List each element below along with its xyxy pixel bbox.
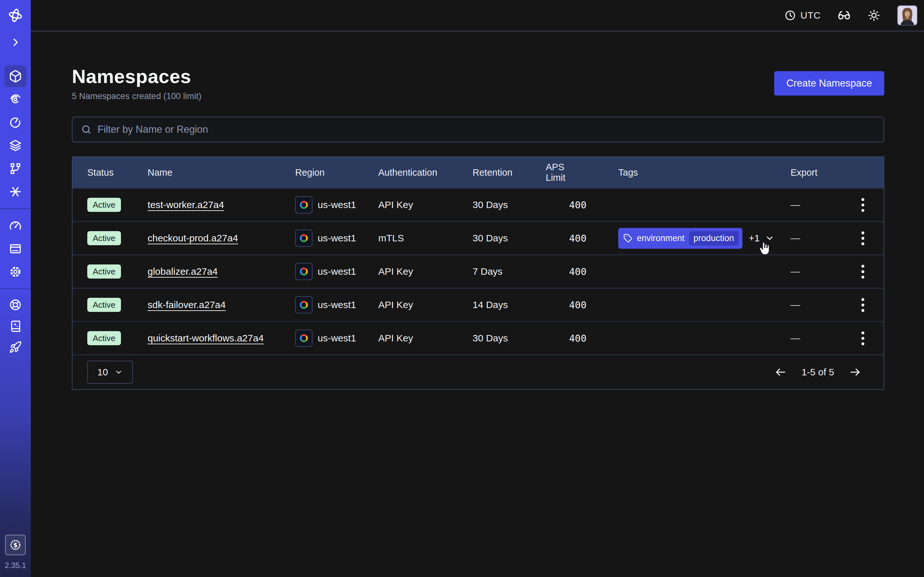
- col-header-retention: Retention: [473, 167, 546, 178]
- col-header-tags: Tags: [618, 167, 790, 178]
- filter-bar[interactable]: [72, 117, 884, 142]
- timezone-selector[interactable]: UTC: [784, 10, 821, 21]
- aps-limit-value: 400: [546, 266, 618, 277]
- region-label: us-west1: [318, 233, 356, 243]
- main-content: Namespaces 5 Namespaces created (100 lim…: [31, 32, 924, 577]
- version-label: 2.35.1: [5, 561, 26, 570]
- filter-input[interactable]: [97, 124, 884, 135]
- asterisk-icon: [9, 185, 22, 198]
- create-namespace-button[interactable]: Create Namespace: [774, 71, 884, 95]
- next-page-button[interactable]: [849, 366, 861, 378]
- region-label: us-west1: [318, 266, 356, 277]
- namespace-link[interactable]: sdk-failover.a27a4: [148, 300, 226, 310]
- page-size-select[interactable]: 10: [87, 361, 133, 384]
- namespace-link[interactable]: quickstart-workflows.a27a4: [148, 333, 264, 343]
- rocket-icon: [9, 341, 22, 354]
- gcp-region-icon: [295, 330, 312, 347]
- table-row: Active test-worker.a27a4 us-west1 API Ke…: [73, 188, 884, 221]
- table-header-row: Status Name Region Authentication Retent…: [73, 157, 884, 188]
- arrow-left-icon: [774, 366, 787, 378]
- table-footer: 10 1-5 of 5: [73, 355, 884, 389]
- gear-icon: [9, 266, 22, 278]
- sidebar-item-schedules[interactable]: [0, 111, 31, 134]
- tag-value: production: [689, 231, 738, 245]
- cube-icon: [9, 69, 22, 83]
- sidebar-item-nexus[interactable]: [0, 157, 31, 180]
- status-badge: Active: [87, 331, 121, 345]
- aps-limit-value: 400: [546, 199, 618, 211]
- export-value: —: [790, 233, 842, 243]
- search-icon: [81, 124, 92, 135]
- aps-limit-value: 400: [546, 233, 618, 244]
- table-row: Active checkout-prod.a27a4 us-west1 mTLS…: [73, 221, 884, 255]
- row-menu-button[interactable]: [858, 295, 867, 315]
- row-menu-button[interactable]: [858, 195, 867, 215]
- sidebar-item-support[interactable]: [0, 294, 31, 316]
- chevron-down-icon: [765, 234, 774, 243]
- auth-label: mTLS: [378, 233, 473, 243]
- sidebar-expand-button[interactable]: [10, 31, 21, 54]
- sidebar-item-namespaces[interactable]: [0, 65, 31, 88]
- retention-label: 30 Days: [473, 199, 546, 210]
- row-menu-button[interactable]: [858, 228, 867, 248]
- row-menu-button[interactable]: [858, 261, 867, 282]
- sun-icon: [867, 9, 880, 22]
- topbar: UTC: [31, 0, 924, 31]
- region-label: us-west1: [318, 300, 356, 310]
- gcp-region-icon: [295, 263, 312, 280]
- chevron-down-icon: [115, 368, 123, 376]
- previous-page-button[interactable]: [774, 366, 787, 378]
- temporal-logo-icon[interactable]: [8, 0, 23, 31]
- aps-limit-value: 400: [546, 300, 618, 311]
- export-value: —: [790, 300, 842, 310]
- tags-more-count: +1: [749, 233, 760, 243]
- gcp-region-icon: [295, 229, 312, 247]
- col-header-region: Region: [295, 167, 378, 178]
- book-sparkles-icon: [9, 319, 22, 332]
- pagination-range: 1-5 of 5: [801, 367, 834, 378]
- sidebar-item-settings[interactable]: [0, 260, 31, 284]
- region-label: us-west1: [318, 199, 356, 210]
- user-avatar[interactable]: [897, 5, 918, 26]
- svg-text:$: $: [13, 542, 17, 548]
- export-value: —: [790, 199, 842, 210]
- spiral-icon: [9, 93, 22, 106]
- lifebuoy-icon: [9, 298, 22, 311]
- theme-toggle-button[interactable]: [867, 9, 880, 22]
- dollar-seal-icon: $: [9, 539, 21, 551]
- retention-label: 14 Days: [473, 300, 546, 310]
- tag-key: environment: [637, 234, 685, 243]
- page-subtitle: 5 Namespaces created (100 limit): [72, 91, 202, 101]
- retention-label: 7 Days: [473, 266, 546, 277]
- sidebar-item-billing[interactable]: [0, 237, 31, 260]
- namespace-link[interactable]: test-worker.a27a4: [148, 199, 224, 210]
- retention-label: 30 Days: [473, 233, 546, 243]
- glasses-icon: [837, 9, 851, 22]
- sidebar-item-usage[interactable]: [0, 214, 31, 237]
- tags-cell: environment production +1: [618, 228, 790, 249]
- retention-label: 30 Days: [473, 333, 546, 343]
- page-size-value: 10: [97, 367, 108, 378]
- sidebar-item-deployments[interactable]: [0, 134, 31, 157]
- labs-glasses-button[interactable]: [837, 9, 851, 22]
- gcp-region-icon: [295, 296, 312, 314]
- credits-button[interactable]: $: [5, 535, 26, 555]
- tags-expand-button[interactable]: [765, 234, 774, 243]
- auth-label: API Key: [378, 199, 473, 210]
- region-label: us-west1: [318, 333, 356, 343]
- layers-icon: [9, 139, 22, 152]
- namespace-link[interactable]: checkout-prod.a27a4: [148, 233, 238, 243]
- sidebar-item-batch[interactable]: [0, 180, 31, 203]
- sidebar-item-getting-started[interactable]: [0, 337, 31, 358]
- auth-label: API Key: [378, 300, 473, 310]
- tag-chip[interactable]: environment production: [618, 228, 742, 249]
- namespace-link[interactable]: globalizer.a27a4: [148, 266, 218, 277]
- col-header-name: Name: [148, 167, 295, 178]
- aps-limit-value: 400: [546, 333, 618, 344]
- auth-label: API Key: [378, 333, 473, 343]
- row-menu-button[interactable]: [858, 328, 867, 348]
- sidebar-item-workflows[interactable]: [0, 88, 31, 111]
- page-title: Namespaces: [72, 65, 202, 87]
- tag-icon: [624, 234, 632, 243]
- sidebar-item-docs[interactable]: [0, 316, 31, 337]
